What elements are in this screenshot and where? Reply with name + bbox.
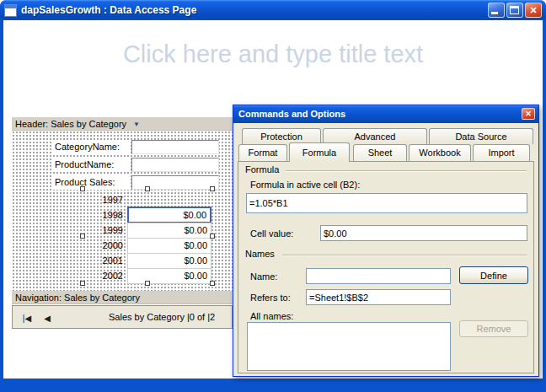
refers-to-input[interactable]: [306, 289, 451, 305]
formula-tab-panel: Formula Formula in active cell (B2): Cel…: [238, 161, 534, 373]
tab-import[interactable]: Import: [473, 144, 530, 161]
field-label-productsales[interactable]: Product Sales:: [53, 175, 131, 190]
field-input-productname[interactable]: [131, 158, 219, 172]
dialog-titlebar[interactable]: Commands and Options ✕: [233, 105, 538, 123]
caption-buttons: ✕: [488, 3, 542, 18]
first-record-button[interactable]: |◀: [16, 309, 38, 326]
tab-data-source[interactable]: Data Source: [429, 128, 533, 144]
selection-handle[interactable]: [210, 234, 215, 239]
cell-value-label: Cell value:: [250, 228, 293, 239]
spreadsheet-value-cell[interactable]: $0.00: [127, 223, 211, 239]
window-icon-decoration: [5, 5, 16, 8]
titlebar[interactable]: dapSalesGrowth : Data Access Page ✕: [0, 0, 546, 20]
spreadsheet-year-cell[interactable]: 1999: [83, 223, 125, 238]
names-group-label: Names: [245, 249, 275, 259]
selection-handle[interactable]: [210, 281, 215, 286]
name-label: Name:: [250, 271, 277, 282]
page-title-placeholder[interactable]: Click here and type title text: [3, 40, 543, 68]
selection-handle[interactable]: [145, 281, 150, 286]
selection-handle[interactable]: [80, 234, 85, 239]
close-button[interactable]: ✕: [525, 3, 542, 18]
tab-formula[interactable]: Formula: [289, 142, 350, 162]
selection-handle[interactable]: [210, 186, 215, 191]
window-title: dapSalesGrowth : Data Access Page: [21, 4, 196, 16]
spreadsheet-year-cell[interactable]: 1998: [83, 207, 125, 223]
all-names-listbox[interactable]: [247, 322, 451, 371]
formula-active-cell-label: Formula in active cell (B2):: [250, 180, 360, 190]
spreadsheet-year-cell[interactable]: 1997: [83, 192, 125, 207]
spreadsheet-year-cell[interactable]: 2002: [83, 268, 125, 283]
commands-and-options-dialog: Commands and Options ✕ Protection Advanc…: [233, 105, 539, 377]
dialog-title: Commands and Options: [238, 109, 345, 119]
tab-sheet[interactable]: Sheet: [353, 144, 407, 161]
section-dropdown-icon[interactable]: ▼: [133, 121, 140, 128]
spreadsheet-value-cell[interactable]: $0.00: [127, 238, 211, 254]
close-icon: ✕: [525, 110, 532, 118]
all-names-label: All names:: [250, 311, 293, 321]
maximize-icon: [510, 6, 519, 14]
minimize-button[interactable]: [488, 3, 505, 18]
field-label-categoryname[interactable]: CategoryName:: [53, 140, 131, 154]
selection-handle[interactable]: [145, 186, 150, 191]
navigation-section-label: Navigation: Sales by Category: [15, 293, 140, 303]
name-input[interactable]: [306, 268, 451, 284]
group-divider: [286, 170, 527, 171]
spreadsheet-value-cell[interactable]: $0.00: [127, 253, 211, 269]
selection-handle[interactable]: [80, 186, 85, 191]
navigation-section-bar[interactable]: Navigation: Sales by Category: [12, 291, 233, 304]
spreadsheet-year-cell[interactable]: 2000: [83, 238, 125, 253]
spreadsheet-value-cell[interactable]: $0.00: [127, 268, 211, 284]
group-divider: [282, 255, 527, 255]
dialog-close-button[interactable]: ✕: [522, 108, 535, 120]
tab-workbook[interactable]: Workbook: [409, 144, 471, 161]
minimize-icon: [491, 12, 498, 14]
define-button[interactable]: Define: [459, 266, 528, 284]
design-grid-area: CategoryName: ProductName: Product Sales…: [12, 131, 233, 291]
maximize-button[interactable]: [506, 3, 523, 18]
spreadsheet-active-cell[interactable]: $0.00: [127, 207, 211, 223]
tab-format[interactable]: Format: [238, 144, 287, 161]
record-navigation-toolbar: |◀ ◀ Sales by Category |0 of |2: [12, 305, 233, 329]
header-section-label: Header: Sales by Category: [15, 119, 126, 129]
refers-to-label: Refers to:: [250, 293, 291, 303]
selection-handle[interactable]: [80, 281, 85, 286]
record-counter-label[interactable]: Sales by Category |0 of |2: [109, 306, 215, 328]
cell-value-input[interactable]: [320, 225, 527, 241]
formula-input[interactable]: [246, 193, 527, 213]
window-icon[interactable]: [4, 4, 17, 17]
previous-record-button[interactable]: ◀: [40, 309, 55, 326]
spreadsheet-year-cell[interactable]: 2001: [83, 253, 125, 268]
header-section-bar[interactable]: Header: Sales by Category▼: [12, 117, 233, 131]
field-label-productname[interactable]: ProductName:: [53, 158, 131, 172]
formula-group-label: Formula: [245, 164, 279, 175]
remove-button[interactable]: Remove: [459, 320, 528, 337]
field-input-categoryname[interactable]: [131, 140, 219, 154]
close-icon: ✕: [526, 3, 541, 17]
